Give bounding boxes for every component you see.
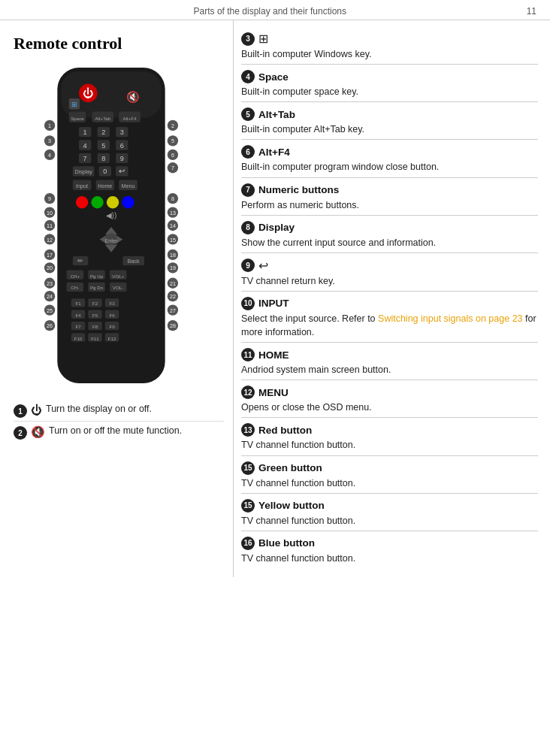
svg-text:10: 10 [47, 210, 53, 216]
entry-7-desc: Perform as numeric buttons. [241, 198, 538, 212]
svg-point-100 [122, 196, 134, 208]
entry-4: 4 Space Built-in computer space key. [241, 66, 538, 102]
svg-text:5: 5 [101, 142, 105, 150]
entry-10-label: INPUT [258, 298, 289, 309]
return-icon: ↩ [258, 259, 268, 273]
svg-text:1: 1 [83, 129, 87, 136]
svg-point-99 [107, 196, 119, 208]
svg-text:2: 2 [101, 129, 105, 136]
svg-text:F8: F8 [92, 324, 98, 329]
svg-text:VOL-: VOL- [113, 285, 123, 290]
entry-15-green-label: Green button [258, 462, 322, 473]
page-number: 11 [527, 6, 536, 17]
svg-text:20: 20 [47, 265, 53, 271]
svg-text:F1: F1 [75, 301, 81, 306]
svg-text:F6: F6 [109, 313, 115, 318]
svg-text:27: 27 [170, 308, 176, 314]
section-title: Remote control [14, 34, 224, 53]
badge-11: 11 [241, 348, 255, 361]
remote-control-image: 1 3 4 9 10 11 12 17 20 23 24 [29, 64, 209, 389]
item-1: 1 ⏻ Turn the display on or off. [14, 403, 224, 422]
entry-16-desc: TV channel function button. [241, 552, 538, 565]
svg-text:Pg Dn: Pg Dn [90, 285, 104, 290]
svg-text:F11: F11 [91, 336, 99, 341]
svg-text:⏻: ⏻ [83, 87, 93, 99]
svg-text:19: 19 [170, 265, 176, 271]
entry-12-desc: Opens or close the OSD menu. [241, 401, 538, 414]
svg-text:13: 13 [170, 210, 176, 216]
svg-point-97 [76, 196, 88, 208]
svg-text:2: 2 [171, 123, 174, 129]
entry-13-desc: TV channel function button. [241, 438, 538, 452]
svg-text:12: 12 [47, 237, 53, 243]
entry-5-desc: Built-in computer Alt+Tab key. [241, 122, 538, 136]
svg-text:F5: F5 [92, 313, 98, 318]
badge-1: 1 [14, 404, 27, 418]
svg-text:28: 28 [170, 323, 176, 329]
badge-6: 6 [241, 145, 255, 159]
entry-13-label: Red button [258, 425, 312, 436]
svg-text:CH-: CH- [71, 285, 79, 290]
svg-text:1: 1 [48, 123, 51, 129]
badge-10: 10 [241, 297, 255, 310]
entry-15-green-desc: TV channel function button. [241, 476, 538, 490]
entry-6-desc: Built-in computer program window close b… [241, 160, 538, 174]
svg-text:Pg Up: Pg Up [90, 274, 104, 279]
entry-13: 13 Red button TV channel function button… [241, 419, 538, 455]
right-panel: 3 ⊞ Built-in computer Windows key. 4 Spa… [233, 20, 550, 577]
header-center: Parts of the display and their functions [14, 6, 527, 17]
svg-text:18: 18 [170, 253, 176, 259]
badge-13: 13 [241, 423, 255, 437]
svg-text:F2: F2 [92, 301, 98, 306]
item-2-text: Turn on or off the mute function. [49, 425, 182, 438]
entry-6-label: Alt+F4 [258, 147, 290, 158]
entry-8-desc: Show the current input source and inform… [241, 236, 538, 249]
input-link[interactable]: Switching input signals on page 23 [378, 313, 523, 324]
svg-text:F9: F9 [109, 324, 115, 329]
entry-11: 11 HOME Andriod system main screen butto… [241, 344, 538, 380]
svg-text:⊞: ⊞ [71, 101, 77, 108]
entry-15-yellow-label: Yellow button [258, 500, 325, 511]
svg-text:F3: F3 [109, 301, 115, 306]
svg-text:17: 17 [47, 253, 53, 259]
svg-text:Alt+Tab: Alt+Tab [95, 116, 110, 121]
entry-12: 12 MENU Opens or close the OSD menu. [241, 382, 538, 418]
svg-text:8: 8 [101, 155, 105, 162]
svg-text:Alt+F4: Alt+F4 [123, 116, 137, 121]
svg-text:CH+: CH+ [71, 274, 80, 279]
entry-15-yellow: 15 Yellow button TV channel function but… [241, 495, 538, 531]
entry-12-label: MENU [258, 387, 289, 398]
badge-5: 5 [241, 107, 255, 121]
svg-text:◀)): ◀)) [106, 211, 117, 219]
entry-8-label: Display [258, 222, 295, 233]
entry-15-yellow-desc: TV channel function button. [241, 514, 538, 528]
svg-text:14: 14 [170, 223, 176, 229]
entry-4-label: Space [258, 71, 289, 83]
svg-text:Input: Input [76, 183, 88, 189]
svg-text:↩: ↩ [119, 167, 125, 175]
svg-text:6: 6 [120, 142, 124, 150]
svg-text:F7: F7 [75, 324, 81, 329]
svg-text:F12: F12 [108, 336, 116, 341]
svg-point-98 [91, 196, 103, 208]
entry-9-desc: TV channel return key. [241, 274, 538, 288]
svg-text:25: 25 [47, 308, 53, 314]
svg-rect-1 [61, 71, 161, 117]
badge-9: 9 [241, 259, 255, 272]
item-2: 2 🔇 Turn on or off the mute function. [14, 425, 224, 443]
entry-16: 16 Blue button TV channel function butto… [241, 533, 538, 568]
svg-text:21: 21 [170, 281, 176, 287]
entry-15-green: 15 Green button TV channel function butt… [241, 458, 538, 494]
svg-text:Enter: Enter [104, 238, 118, 244]
page-header: Parts of the display and their functions… [0, 0, 550, 20]
entry-3-desc: Built-in computer Windows key. [241, 47, 538, 61]
svg-text:11: 11 [47, 223, 53, 229]
svg-text:Space: Space [71, 116, 84, 121]
svg-text:Menu: Menu [122, 183, 135, 189]
svg-text:4: 4 [48, 153, 51, 159]
svg-text:22: 22 [170, 294, 176, 300]
entry-3: 3 ⊞ Built-in computer Windows key. [241, 28, 538, 65]
entry-5: 5 Alt+Tab Built-in computer Alt+Tab key. [241, 104, 538, 140]
entry-8: 8 Display Show the current input source … [241, 217, 538, 253]
svg-text:7: 7 [171, 165, 174, 171]
